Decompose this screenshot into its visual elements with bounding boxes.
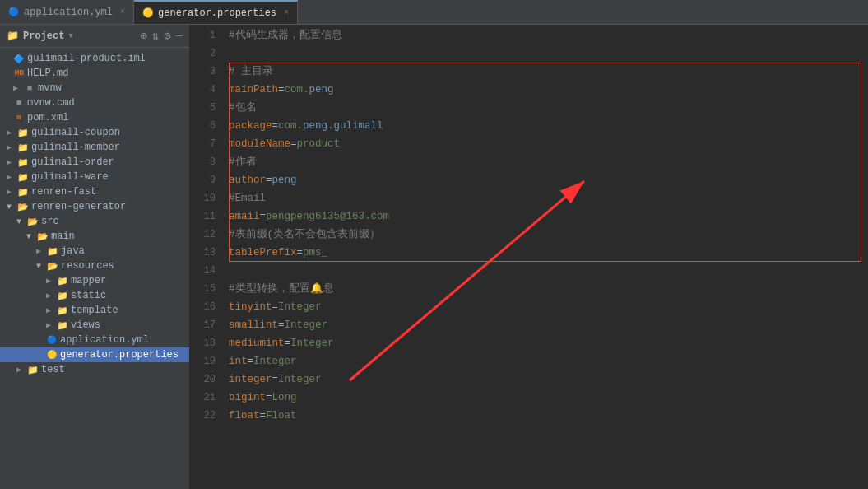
code-line-11: email=pengpeng6135@163.com xyxy=(222,207,868,226)
item-label: HELP.md xyxy=(27,68,68,79)
list-item[interactable]: ▶ 📁 gulimall-coupon xyxy=(0,125,189,140)
folder-icon: 📂 xyxy=(47,261,58,272)
sidebar-item-generator-props[interactable]: 🟡 generator.properties xyxy=(0,347,189,362)
yaml-tab-close[interactable]: × xyxy=(120,7,125,16)
folder-icon: 📁 xyxy=(17,142,29,153)
minimize-icon[interactable]: — xyxy=(176,29,183,43)
file-icon: ■ xyxy=(13,98,25,108)
item-label: src xyxy=(41,216,59,227)
list-item[interactable]: ▶ ■ mvnw xyxy=(0,81,189,95)
file-icon: ■ xyxy=(24,83,35,93)
list-item[interactable]: ▶ 📁 static xyxy=(0,288,189,303)
prop-file-icon: 🟡 xyxy=(46,350,58,360)
sidebar-header: 📁 Project ▼ ⊕ ⇅ ⚙ — xyxy=(0,25,189,48)
list-item[interactable]: MD HELP.md xyxy=(0,66,189,81)
list-item[interactable]: ▶ 📁 gulimall-member xyxy=(0,140,189,155)
folder-icon: 📁 xyxy=(57,320,68,331)
list-item[interactable]: 🔷 gulimail-product.iml xyxy=(0,51,189,66)
code-line-20: integer=Integer xyxy=(222,370,868,389)
list-item[interactable]: ▶ 📁 renren-fast xyxy=(0,184,189,199)
yaml-tab-label: application.yml xyxy=(24,7,113,18)
arrow-icon: ▶ xyxy=(46,276,54,286)
item-label: renren-generator xyxy=(31,201,126,212)
code-line-16: tinyint=Integer xyxy=(222,298,868,316)
arrow-icon: ▶ xyxy=(16,365,25,375)
item-label: views xyxy=(71,319,100,331)
item-label: gulimall-member xyxy=(31,142,120,153)
settings-icon[interactable]: ⚙ xyxy=(164,29,170,43)
code-line-14 xyxy=(222,262,868,280)
sidebar-item-yaml[interactable]: 🔵 application.yml xyxy=(0,333,189,347)
item-label: mvnw xyxy=(38,82,62,94)
list-item[interactable]: m pom.xml xyxy=(0,110,189,125)
prop-tab-icon: 🟡 xyxy=(142,7,154,18)
list-item[interactable]: ■ mvnw.cmd xyxy=(0,95,189,110)
arrow-icon: ▶ xyxy=(36,246,44,256)
folder-icon: 📁 xyxy=(27,365,39,375)
item-label: mapper xyxy=(71,275,106,286)
list-item[interactable]: ▶ 📁 gulimall-ware xyxy=(0,170,189,184)
list-item[interactable]: ▼ 📂 main xyxy=(0,229,189,244)
tab-bar: 🔵 application.yml × 🟡 generator.properti… xyxy=(0,0,868,25)
code-line-21: bigint=Long xyxy=(222,389,868,407)
list-item[interactable]: ▼ 📂 resources xyxy=(0,258,189,273)
code-line-22: float=Float xyxy=(222,407,868,425)
prop-tab-label: generator.properties xyxy=(158,7,276,19)
list-item[interactable]: ▶ 📁 views xyxy=(0,318,189,333)
prop-tab-close[interactable]: × xyxy=(284,8,289,17)
code-line-4: mainPath=com.peng xyxy=(222,81,868,99)
item-label: main xyxy=(51,231,75,242)
item-label: gulimall-coupon xyxy=(31,127,120,138)
tab-prop[interactable]: 🟡 generator.properties × xyxy=(134,0,298,24)
folder-icon: 📂 xyxy=(17,202,29,212)
add-icon[interactable]: ⊕ xyxy=(140,29,146,43)
code-line-15: #类型转换，配置🔔息 xyxy=(222,280,868,298)
code-line-12: #表前缀(类名不会包含表前缀） xyxy=(222,226,868,244)
folder-icon: 📁 xyxy=(17,172,29,183)
project-folder-icon: 📁 xyxy=(7,30,19,42)
item-label: java xyxy=(61,245,85,257)
arrow-icon: ▶ xyxy=(46,305,54,315)
item-label: gulimail-product.iml xyxy=(27,53,146,64)
folder-icon: 📁 xyxy=(57,276,68,286)
list-item[interactable]: ▶ 📁 mapper xyxy=(0,273,189,288)
main-area: 📁 Project ▼ ⊕ ⇅ ⚙ — 🔷 gulimail-product.i… xyxy=(0,25,868,489)
item-label: generator.properties xyxy=(60,349,179,361)
code-line-5: #包名 xyxy=(222,99,868,117)
arrow-icon: ▶ xyxy=(46,320,54,330)
code-line-6: package=com.peng.gulimall xyxy=(222,117,868,135)
sidebar-title-group: 📁 Project ▼ xyxy=(7,30,73,42)
list-item[interactable]: ▶ 📁 java xyxy=(0,244,189,258)
arrow-icon: ▶ xyxy=(7,142,15,152)
code-line-1: #代码生成器，配置信息 xyxy=(222,26,868,44)
sidebar: 📁 Project ▼ ⊕ ⇅ ⚙ — 🔷 gulimail-product.i… xyxy=(0,25,189,489)
item-label: test xyxy=(41,364,65,375)
list-item[interactable]: ▼ 📂 src xyxy=(0,214,189,229)
code-line-2 xyxy=(222,44,868,63)
tab-yaml[interactable]: 🔵 application.yml × xyxy=(0,0,134,24)
code-line-7: moduleName=product xyxy=(222,135,868,153)
item-label: template xyxy=(71,305,118,316)
dropdown-icon[interactable]: ▼ xyxy=(68,32,72,40)
file-icon: m xyxy=(13,114,25,122)
item-label: application.yml xyxy=(60,334,149,346)
code-line-13: tablePrefix=pms_ xyxy=(222,244,868,262)
code-line-8: #作者 xyxy=(222,153,868,171)
list-item[interactable]: ▶ 📁 test xyxy=(0,362,189,377)
folder-icon: 📁 xyxy=(57,305,68,316)
folder-icon: 📂 xyxy=(27,217,39,227)
list-item[interactable]: ▶ 📁 gulimall-order xyxy=(0,155,189,170)
md-icon: MD xyxy=(13,69,25,77)
arrow-icon: ▼ xyxy=(16,217,25,226)
folder-icon: 📁 xyxy=(47,246,58,257)
arrow-icon: ▶ xyxy=(7,187,15,197)
code-line-18: mediumint=Integer xyxy=(222,334,868,352)
list-item[interactable]: ▼ 📂 renren-generator xyxy=(0,199,189,214)
sort-icon[interactable]: ⇅ xyxy=(152,29,159,43)
code-line-9: author=peng xyxy=(222,171,868,189)
code-line-19: int=Integer xyxy=(222,352,868,370)
editor-content[interactable]: 1 2 3 4 5 6 7 8 9 10 11 12 13 14 15 16 1… xyxy=(189,25,868,489)
item-label: renren-fast xyxy=(31,186,96,198)
sidebar-item-template[interactable]: ▶ 📁 template xyxy=(0,303,189,318)
code-editor[interactable]: #代码生成器，配置信息 # 主目录 mainPath=com.peng #包名 xyxy=(222,25,868,489)
